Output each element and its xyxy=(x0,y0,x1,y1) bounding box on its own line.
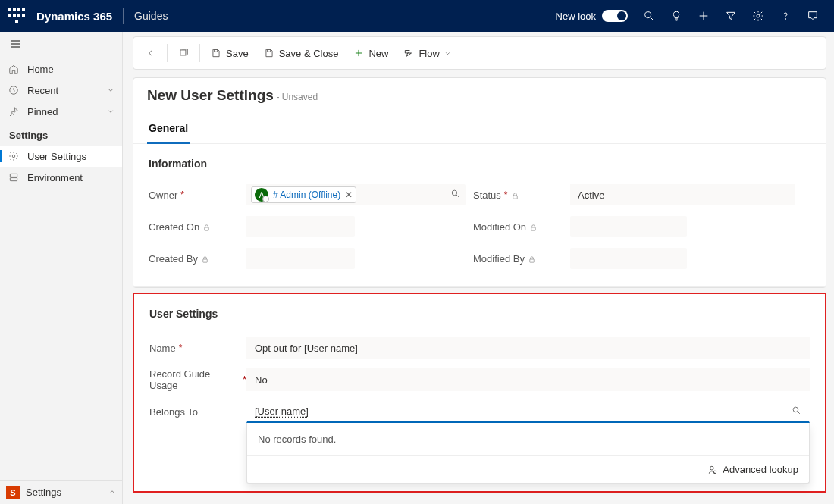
nav-collapse-icon[interactable] xyxy=(0,32,122,58)
add-icon[interactable] xyxy=(690,0,717,32)
owner-chip[interactable]: A # Admin (Offline) ✕ xyxy=(251,186,356,203)
belongs-to-label: Belongs To xyxy=(149,406,198,418)
required-icon: * xyxy=(179,343,183,353)
svg-line-26 xyxy=(798,411,800,413)
search-icon[interactable] xyxy=(450,189,460,201)
svg-rect-22 xyxy=(513,196,517,199)
advanced-lookup-label: Advanced lookup xyxy=(723,464,798,475)
svg-rect-13 xyxy=(180,50,186,55)
app-launcher-icon[interactable] xyxy=(8,7,26,25)
brand-name: Dynamics 365 xyxy=(36,10,112,23)
required-icon: * xyxy=(504,189,508,200)
new-look-toggle[interactable] xyxy=(602,10,628,22)
section-user-settings-title: User Settings xyxy=(149,308,810,320)
tab-general[interactable]: General xyxy=(147,117,190,144)
svg-point-4 xyxy=(757,14,760,17)
back-button[interactable] xyxy=(138,43,164,63)
pin-icon xyxy=(8,105,20,117)
name-field[interactable]: Opt out for [User name] xyxy=(246,337,810,359)
advanced-lookup-button[interactable]: Advanced lookup xyxy=(707,464,798,475)
svg-rect-20 xyxy=(205,227,209,230)
new-button[interactable]: New xyxy=(346,43,396,64)
save-close-button[interactable]: Save & Close xyxy=(256,43,346,64)
nav-pinned[interactable]: Pinned xyxy=(0,101,122,122)
filter-icon[interactable] xyxy=(717,0,745,32)
svg-rect-23 xyxy=(531,227,536,230)
flow-button[interactable]: Flow xyxy=(396,43,458,64)
save-button[interactable]: Save xyxy=(203,43,256,64)
svg-point-0 xyxy=(645,12,651,18)
svg-point-18 xyxy=(452,190,457,195)
clock-icon xyxy=(8,84,20,96)
home-icon xyxy=(8,63,20,75)
svg-point-27 xyxy=(710,466,714,470)
search-icon[interactable] xyxy=(635,0,663,32)
save-close-label: Save & Close xyxy=(279,48,339,59)
page-subtitle: - Unsaved xyxy=(276,92,318,102)
created-on-label: Created On xyxy=(149,221,199,233)
lock-icon xyxy=(528,255,536,263)
belongs-to-lookup[interactable]: [User name] xyxy=(246,400,810,423)
svg-rect-21 xyxy=(203,259,208,262)
section-information-title: Information xyxy=(149,158,810,170)
modified-on-label: Modified On xyxy=(473,221,526,233)
lightbulb-icon[interactable] xyxy=(663,0,690,32)
svg-rect-12 xyxy=(10,178,17,181)
lookup-flyout: No records found. Advanced lookup xyxy=(246,423,810,484)
page-title: New User Settings xyxy=(147,87,274,103)
new-look-label: New look xyxy=(556,11,596,22)
nav-environment[interactable]: Environment xyxy=(0,167,122,188)
open-in-new-window-button[interactable] xyxy=(171,43,196,63)
save-label: Save xyxy=(226,48,249,59)
nav-home-label: Home xyxy=(27,64,54,75)
nav-recent[interactable]: Recent xyxy=(0,80,122,101)
lock-icon xyxy=(511,191,519,199)
record-usage-label: Record Guide Usage xyxy=(149,368,240,391)
gear-icon[interactable] xyxy=(745,0,772,32)
command-bar: Save Save & Close New Flow xyxy=(133,36,826,70)
status-label: Status xyxy=(473,189,501,201)
area-label: Settings xyxy=(26,487,61,498)
modified-by-value xyxy=(570,248,687,269)
gear-icon xyxy=(8,150,20,162)
search-icon[interactable] xyxy=(792,405,801,418)
svg-rect-14 xyxy=(215,49,218,52)
new-label: New xyxy=(368,48,388,59)
chevron-down-icon xyxy=(107,106,114,117)
chat-icon[interactable] xyxy=(799,0,826,32)
area-letter: S xyxy=(6,486,20,499)
record-usage-field[interactable]: No xyxy=(246,368,810,391)
belongs-to-value: [User name] xyxy=(255,405,309,417)
avatar: A xyxy=(255,188,268,202)
user-settings-section: User Settings Name* Opt out for [User na… xyxy=(133,293,826,493)
nav-pinned-label: Pinned xyxy=(27,106,58,117)
server-icon xyxy=(8,171,20,183)
help-icon[interactable] xyxy=(772,0,799,32)
record-usage-value: No xyxy=(255,374,268,386)
remove-owner-icon[interactable]: ✕ xyxy=(345,189,353,200)
owner-lookup[interactable]: A # Admin (Offline) ✕ xyxy=(246,184,466,205)
modified-by-label: Modified By xyxy=(473,253,525,265)
modified-on-value xyxy=(570,216,687,237)
app-name[interactable]: Guides xyxy=(134,10,168,22)
nav-recent-label: Recent xyxy=(27,85,58,96)
svg-point-10 xyxy=(12,155,15,158)
flow-label: Flow xyxy=(419,48,439,59)
brand-divider xyxy=(123,8,124,24)
owner-link[interactable]: # Admin (Offline) xyxy=(273,189,340,200)
required-icon: * xyxy=(180,189,184,200)
separator xyxy=(167,44,168,62)
owner-label: Owner xyxy=(149,189,177,201)
svg-point-25 xyxy=(793,407,798,412)
created-by-value xyxy=(246,248,355,269)
area-switcher[interactable]: S Settings xyxy=(0,480,122,504)
nav-user-settings-label: User Settings xyxy=(27,151,86,162)
lookup-no-records: No records found. xyxy=(247,423,809,456)
nav-user-settings[interactable]: User Settings xyxy=(0,146,122,167)
chevron-up-icon xyxy=(108,487,116,498)
name-value: Opt out for [User name] xyxy=(255,343,358,354)
svg-line-1 xyxy=(651,17,654,20)
svg-rect-11 xyxy=(10,174,17,177)
nav-home[interactable]: Home xyxy=(0,58,122,80)
separator xyxy=(199,44,200,62)
